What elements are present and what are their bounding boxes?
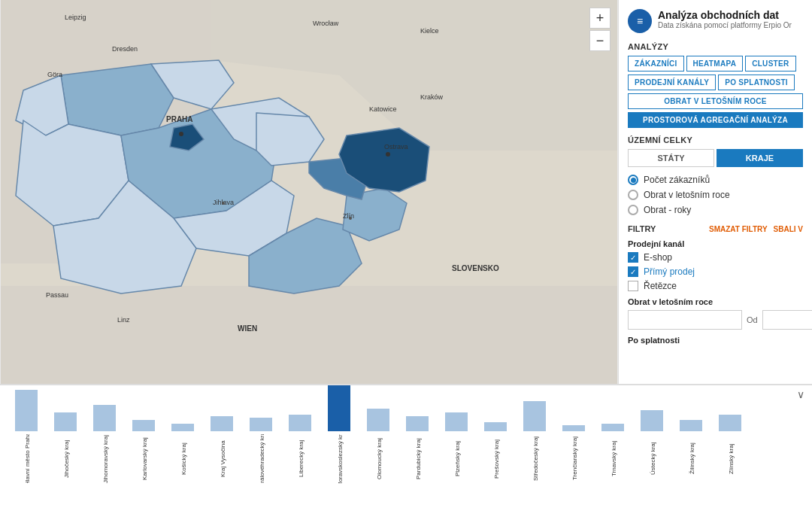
smazat-filtry-button[interactable]: SMAZAT FILTRY <box>709 225 768 233</box>
radio-pocet[interactable]: Počet zákazníků <box>628 175 803 185</box>
svg-text:Katowice: Katowice <box>369 105 397 113</box>
tab-cluster[interactable]: CLUSTER <box>745 56 795 71</box>
chart-bar-label: Trenčianský kraj <box>555 434 594 483</box>
chart-bar <box>601 424 624 431</box>
svg-text:Ostrava: Ostrava <box>384 143 408 151</box>
chart-bar <box>93 405 116 431</box>
chart-bar-group[interactable]: Košický kraj <box>164 384 203 483</box>
chart-bar <box>328 384 350 431</box>
chart-bar-group[interactable]: Prešovský kraj <box>477 384 516 483</box>
chart-bar <box>132 420 155 431</box>
chart-bar-group[interactable]: Středočeský kraj <box>516 384 555 483</box>
uzemni-toggle: STÁTY KRAJE <box>628 149 803 167</box>
svg-text:PRAHA: PRAHA <box>166 115 193 123</box>
bottom-toggle[interactable]: ∨ <box>797 388 804 400</box>
right-panel: ≡ Analýza obchodních dat Data získána po… <box>618 0 812 384</box>
checkbox-eshop[interactable]: ✓ E-shop <box>628 252 803 263</box>
chart-bar-group[interactable]: Hlavní město Praha <box>8 384 47 483</box>
chart-bar-label: Trnavský kraj <box>594 434 633 483</box>
chart-bar-label: Královéhradecký kraj <box>242 434 281 483</box>
chart-bar <box>54 412 77 431</box>
radio-obrat-rok[interactable]: Obrat v letošním roce <box>628 190 803 200</box>
zoom-in-button[interactable]: + <box>589 8 611 29</box>
chart-bar <box>367 409 389 431</box>
bottom-bar: ∨ Hlavní město PrahaJihočeský krajJihomo… <box>0 384 812 508</box>
panel-icon: ≡ <box>628 9 652 33</box>
chart-bar <box>719 415 741 431</box>
svg-text:Göra: Göra <box>47 71 62 78</box>
filters-header: Filtry SMAZAT FILTRY SBALI V <box>628 224 803 233</box>
po-splatnosti-label: Po splatnosti <box>628 336 803 345</box>
panel-title: Analýza obchodních dat <box>658 9 792 21</box>
obrat-do-input[interactable] <box>762 310 812 330</box>
chart-bar-label: Zlínský kraj <box>711 434 750 483</box>
filters-actions: SMAZAT FILTRY SBALI V <box>709 225 803 233</box>
chart-bar-group[interactable]: Pardubický kraj <box>398 384 438 483</box>
chart-bar-group[interactable]: Jihočeský kraj <box>47 384 86 483</box>
chart-bar <box>15 390 38 431</box>
chart-bar-label: Moravskoslezský kraj <box>320 434 359 483</box>
chart-bar-group[interactable]: Trenčianský kraj <box>555 384 594 483</box>
tab-group-row3: OBRAT V LETOŠNÍM ROCE <box>628 93 803 109</box>
checkbox-retezce[interactable]: Řetězce <box>628 281 803 291</box>
radio-circle-obrat-roky <box>628 205 638 215</box>
chart-bar-group[interactable]: Kraj Vysočina <box>203 384 242 483</box>
radio-options: Počet zákazníků Obrat v letošním roce Ob… <box>628 175 803 215</box>
svg-text:Linz: Linz <box>117 316 130 324</box>
tab-splatnost[interactable]: PO SPLATNOSTI <box>718 75 795 90</box>
svg-point-16 <box>179 132 183 136</box>
chart-bar-group[interactable]: Olomoucký kraj <box>359 384 398 483</box>
chart-bar-group[interactable]: Moravskoslezský kraj <box>320 384 359 483</box>
chart-container: Hlavní město PrahaJihočeský krajJihomora… <box>0 385 812 483</box>
chart-bar-label: Košický kraj <box>164 434 203 483</box>
chart-bar-label: Plzeňský kraj <box>438 434 477 483</box>
map-container[interactable]: Leipzig Dresden Göra PRAHA Wrocław Kielc… <box>0 0 618 384</box>
zoom-out-button[interactable]: − <box>589 30 611 51</box>
chart-bar <box>445 412 468 431</box>
chart-bar <box>680 420 702 431</box>
analyses-label: Analýzy <box>628 42 803 51</box>
svg-text:Wrocław: Wrocław <box>313 20 339 27</box>
chart-bar-label: Olomoucký kraj <box>359 434 398 483</box>
tab-heatmapa[interactable]: HEATMAPA <box>686 56 744 71</box>
chart-bar <box>484 422 507 431</box>
chart-bar-group[interactable]: Trnavský kraj <box>594 384 633 483</box>
tab-obrat-letosni[interactable]: OBRAT V LETOŠNÍM ROCE <box>628 93 803 109</box>
chart-bar <box>562 425 585 431</box>
toggle-staty[interactable]: STÁTY <box>628 149 714 167</box>
radio-obrat-roky[interactable]: Obrat - roky <box>628 205 803 215</box>
chart-bar-label: Liberecký kraj <box>281 434 320 483</box>
chart-bar-group[interactable]: Plzeňský kraj <box>438 384 477 483</box>
svg-text:Leipzig: Leipzig <box>65 14 86 21</box>
checkbox-primy[interactable]: ✓ Přímý prodej <box>628 266 803 277</box>
chart-bar-label: Středočeský kraj <box>516 434 555 483</box>
chart-bar-label: Jihomoravský kraj <box>86 434 125 483</box>
svg-text:Passau: Passau <box>46 291 68 299</box>
chart-bar-label: Ústecký kraj <box>633 434 672 483</box>
filters-label: Filtry <box>628 224 656 233</box>
chart-bar-group[interactable]: Žilinský kraj <box>672 384 711 483</box>
panel-subtitle: Data získána pomocí platformy Erpio Or <box>658 21 792 29</box>
tab-zakaznici[interactable]: ZÁKAZNÍCI <box>628 56 684 71</box>
chart-bar-group[interactable]: Karlovarský kraj <box>125 384 164 483</box>
chart-bar-group[interactable]: Zlínský kraj <box>711 384 750 483</box>
chart-bar <box>641 410 663 431</box>
sbali-button[interactable]: SBALI V <box>774 225 803 233</box>
chart-bar-group[interactable]: Liberecký kraj <box>281 384 320 483</box>
chart-bar <box>289 415 311 431</box>
chart-bar-group[interactable]: Královéhradecký kraj <box>242 384 281 483</box>
chart-bar <box>250 418 272 431</box>
chart-bar-group[interactable]: Jihomoravský kraj <box>86 384 125 483</box>
svg-text:Dresden: Dresden <box>112 45 138 53</box>
tab-prodejni[interactable]: PRODEJNÍ KANÁLY <box>628 75 716 90</box>
toggle-kraje[interactable]: KRAJE <box>717 149 803 167</box>
chart-bar-label: Jihočeský kraj <box>47 434 86 483</box>
tab-prostorova[interactable]: PROSTOROVÁ AGREGAČNÍ ANALÝZA <box>628 112 803 128</box>
obrat-od-input[interactable] <box>628 310 742 330</box>
uzemni-celky-label: ÚZEMNÍ CELKY <box>628 135 803 144</box>
chart-bar-label: Žilinský kraj <box>672 434 711 483</box>
chart-bar <box>211 416 233 431</box>
obrat-range: Od Do <box>628 310 803 330</box>
chart-bar-group[interactable]: Ústecký kraj <box>633 384 672 483</box>
obrat-letosni-label: Obrat v letošním roce <box>628 297 803 306</box>
